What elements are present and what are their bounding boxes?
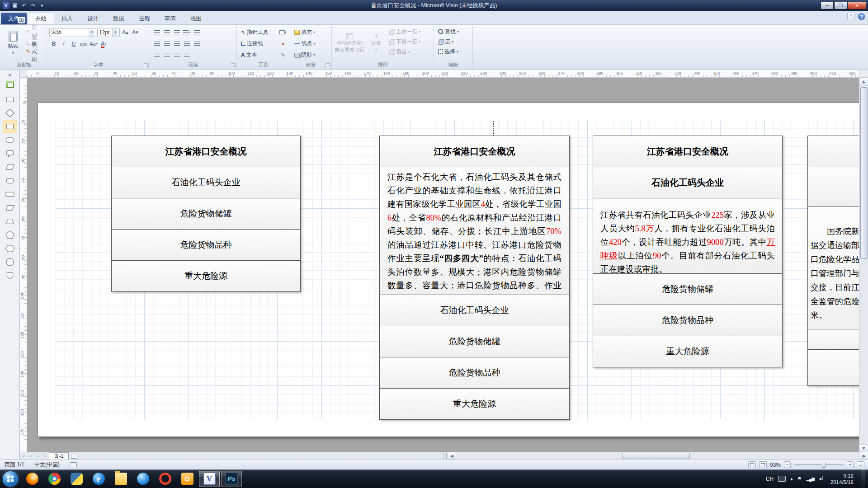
scroll-right-icon[interactable]: ▶ xyxy=(860,452,868,460)
tab-design[interactable]: 设计 xyxy=(80,13,106,24)
text-tool-button[interactable]: A文本 xyxy=(239,50,278,60)
shape-box[interactable] xyxy=(807,349,859,386)
freeform-tool-button[interactable] xyxy=(278,51,288,60)
connection-point-button[interactable] xyxy=(278,39,288,48)
shape-dialog-launcher[interactable]: ◿ xyxy=(326,63,330,68)
text-box-clipped[interactable]: 国务院新《 据交通运输部和 口危险化学品安 口管理部门与安 交接，目前江苏 全监… xyxy=(807,206,859,329)
decrease-indent-button[interactable] xyxy=(162,28,171,37)
font-color-button[interactable]: A▾ xyxy=(99,39,108,48)
taskbar-photoshop-icon[interactable]: Ps xyxy=(221,471,242,487)
shape-box-title[interactable]: 江苏省港口安全概况 xyxy=(111,136,301,167)
close-button[interactable]: ✕ xyxy=(848,2,866,9)
taskbar-chrome-icon[interactable] xyxy=(44,471,65,487)
shape-box[interactable]: 危险货物储罐 xyxy=(379,326,570,357)
align-left-button[interactable] xyxy=(152,39,161,48)
paragraph-dialog-launcher[interactable]: ◿ xyxy=(231,63,236,68)
redo-button[interactable]: ↷ xyxy=(29,2,37,9)
connector-tool-button[interactable]: 连接线 xyxy=(239,39,278,49)
ime-keyboard-icon[interactable] xyxy=(778,476,786,482)
horizontal-scroll-thumb[interactable] xyxy=(622,453,690,459)
text-box-overview[interactable]: 江苏是个石化大省，石油化工码头及其仓储式石化产业的基础支撑和生命线，依托沿江港口… xyxy=(379,167,570,295)
qat-dropdown-icon[interactable]: ▾ xyxy=(38,2,46,9)
clock[interactable]: 9:12 2014/5/16 xyxy=(829,473,854,485)
increase-indent-button[interactable] xyxy=(172,28,181,37)
layers-button[interactable]: 层▾ xyxy=(436,37,470,47)
vertical-scroll-thumb[interactable] xyxy=(860,87,868,259)
taskbar-outlook-icon[interactable]: O xyxy=(177,471,198,487)
font-family-select[interactable]: 宋体▼ xyxy=(49,28,96,37)
start-button[interactable] xyxy=(3,471,18,487)
stencil-shape-rect[interactable] xyxy=(3,93,17,106)
tab-home[interactable]: 开始 xyxy=(28,13,54,24)
shape-box[interactable]: 石油化工码头企业 xyxy=(111,167,301,198)
stencil-shape-pentagon[interactable] xyxy=(3,228,17,242)
last-page-button[interactable]: » xyxy=(42,453,49,459)
status-page-number[interactable]: 页面 1/1 xyxy=(5,461,24,469)
rectangle-tool-button[interactable]: ▾ xyxy=(278,28,288,37)
taskbar-visio-icon[interactable]: V xyxy=(199,471,220,487)
pointer-tool-button[interactable]: 指针工具 xyxy=(239,28,278,38)
stencil-shape-shield[interactable] xyxy=(3,269,17,282)
shape-box-title[interactable]: 江苏省港口安全概况 xyxy=(593,136,783,167)
zoom-in-button[interactable]: + xyxy=(847,461,854,468)
increase-font-button[interactable]: A▴ xyxy=(121,28,130,37)
underline-button[interactable]: U xyxy=(69,39,78,48)
zoom-slider-thumb[interactable] xyxy=(822,462,826,468)
stencil-shape-hexagon[interactable] xyxy=(3,242,17,255)
shapes-window-icon[interactable] xyxy=(6,81,14,88)
italic-button[interactable]: I xyxy=(59,39,68,48)
bring-forward-button[interactable]: 上移一层▾ xyxy=(387,27,423,37)
auto-align-space-button[interactable]: 自动对齐和 自动调整间距 xyxy=(334,27,365,59)
align-top-button[interactable] xyxy=(152,51,161,60)
bullets-button[interactable] xyxy=(152,28,161,37)
action-center-flag-icon[interactable]: ⚑ xyxy=(797,476,802,482)
position-button[interactable]: 位置 ▾ xyxy=(367,27,386,59)
stencil-shape-rect-wide[interactable] xyxy=(3,188,17,201)
status-language[interactable]: 中文(中国) xyxy=(34,461,60,469)
normal-view-button[interactable] xyxy=(748,461,756,468)
taskbar-opera-icon[interactable] xyxy=(155,471,175,487)
fit-page-button[interactable]: ↔ xyxy=(857,461,864,468)
volume-icon[interactable] xyxy=(819,476,824,482)
paste-button[interactable]: 粘贴 ▼ xyxy=(4,27,22,59)
tab-process[interactable]: 进程 xyxy=(132,13,157,24)
zoom-level[interactable]: 93% xyxy=(770,462,781,468)
stencil-shape-callout[interactable] xyxy=(3,147,17,160)
scrollbar-split-box[interactable] xyxy=(859,70,868,77)
first-page-button[interactable]: « xyxy=(20,453,27,459)
keyboard-status-icon[interactable] xyxy=(70,462,77,467)
network-icon[interactable]: ▂▄▆ xyxy=(807,477,814,481)
bold-button[interactable]: B xyxy=(49,39,58,48)
drawing-canvas[interactable]: 江苏省港口安全概况 石油化工码头企业 危险货物储罐 危险货物品种 重大危险源 江… xyxy=(27,78,859,452)
stencil-shape-parallelogram2[interactable] xyxy=(3,201,17,215)
stencil-shape-rect[interactable] xyxy=(3,120,17,133)
decrease-font-button[interactable]: A▾ xyxy=(131,28,140,37)
shape-box[interactable] xyxy=(807,136,859,167)
stencil-shape-ellipse[interactable] xyxy=(3,133,17,147)
align-middle-button[interactable] xyxy=(162,51,171,60)
shape-box[interactable]: 危险货物储罐 xyxy=(593,273,783,305)
find-button[interactable]: 查找▾ xyxy=(436,27,470,37)
shape-box[interactable]: 重大危险源 xyxy=(593,336,783,367)
language-indicator[interactable]: CH xyxy=(766,476,774,482)
scroll-down-icon[interactable]: ▼ xyxy=(859,444,868,452)
line-button[interactable]: 线条▾ xyxy=(292,39,329,49)
select-button[interactable]: 选择▾ xyxy=(436,47,470,56)
fullscreen-view-button[interactable] xyxy=(18,17,25,23)
drawing-page[interactable]: 江苏省港口安全概况 石油化工码头企业 危险货物储罐 危险货物品种 重大危险源 江… xyxy=(38,103,859,437)
align-right-button[interactable] xyxy=(172,39,181,48)
stencil-shape-trapezoid[interactable] xyxy=(3,215,17,228)
vertical-scrollbar[interactable]: ▲ ▼ xyxy=(859,78,868,452)
change-case-button[interactable]: Aa▾ xyxy=(89,39,98,48)
shape-box[interactable] xyxy=(807,329,859,350)
group-button[interactable]: 组合▾ xyxy=(387,47,423,56)
shape-box[interactable]: 重大危险源 xyxy=(111,260,301,292)
help-icon[interactable]: ? xyxy=(858,13,865,20)
stencil-shape-parallelogram[interactable] xyxy=(3,160,17,174)
font-dialog-launcher[interactable]: ◿ xyxy=(144,63,149,68)
shape-box[interactable]: 重大危险源 xyxy=(379,388,570,420)
stencil-shape-diamond[interactable] xyxy=(3,106,17,120)
text-box-enterprises[interactable]: 江苏省共有石油化工码头企业225家，涉及从业人员大约5.8万人，拥有专业化石油化… xyxy=(593,198,783,274)
hidden-icons-chevron[interactable]: ▴ xyxy=(790,476,793,482)
justify-button[interactable] xyxy=(182,39,191,48)
